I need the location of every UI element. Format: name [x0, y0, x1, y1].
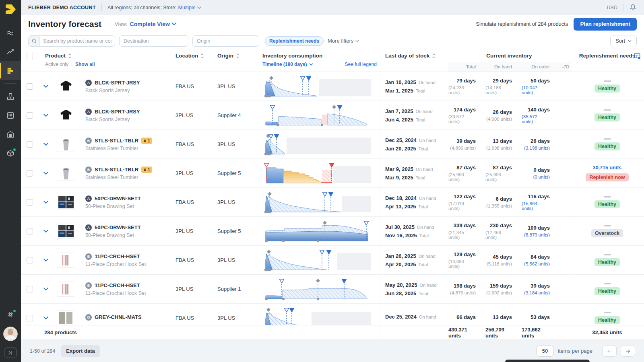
expand-row-button[interactable] — [39, 72, 53, 101]
total-label: Total — [416, 175, 425, 180]
expand-row-button[interactable] — [39, 188, 53, 216]
location-cell: 3PL US — [175, 217, 217, 245]
product-column-header[interactable]: Product Active only Show all — [39, 49, 175, 70]
consumption-chart[interactable] — [262, 217, 380, 245]
consumption-chart[interactable] — [262, 130, 380, 158]
row-checkbox[interactable] — [27, 228, 33, 234]
nav-inventory-forecast-icon[interactable] — [0, 61, 21, 80]
product-search[interactable] — [28, 35, 115, 47]
total-sub-label: Total — [448, 64, 485, 69]
notifications-bell-icon[interactable] — [629, 4, 637, 11]
consumption-chart[interactable] — [262, 304, 380, 325]
status-badge: Healthy — [594, 258, 620, 266]
last-day-column-header[interactable]: Last day of stock — [380, 49, 448, 72]
on-order-cell: 53 days — [522, 304, 559, 325]
location-cell: 3PL US — [175, 159, 217, 187]
show-all-link[interactable]: Show all — [75, 62, 95, 67]
nav-analytics-icon[interactable] — [0, 42, 21, 61]
product-cell[interactable]: B 11PC-CRCH-HSET 11-Piece Crochet Hook S… — [79, 275, 175, 303]
more-filters-button[interactable]: More filters — [328, 38, 359, 44]
next-page-button[interactable] — [621, 345, 635, 357]
nav-orders-icon[interactable] — [0, 106, 21, 125]
product-cell[interactable]: A 50PC-DRWN-SETT 50-Piece Drawing Set — [79, 188, 175, 216]
expand-row-button[interactable] — [39, 304, 53, 325]
store-multiple-link[interactable]: Multiple — [178, 5, 196, 10]
row-checkbox[interactable] — [27, 199, 33, 206]
plan-replenishment-button[interactable]: Plan replenishment — [574, 18, 637, 31]
expand-row-button[interactable] — [39, 130, 53, 158]
row-checkbox[interactable] — [27, 315, 33, 321]
origin-select[interactable] — [192, 35, 259, 47]
destination-input[interactable] — [120, 38, 188, 44]
expand-row-button[interactable] — [39, 101, 53, 130]
consumption-chart[interactable] — [262, 101, 380, 130]
consumption-chart[interactable] — [262, 159, 380, 187]
row-checkbox[interactable] — [27, 83, 33, 90]
see-full-legend-link[interactable]: See full legend — [345, 62, 377, 67]
expand-row-button[interactable] — [39, 217, 53, 245]
row-checkbox[interactable] — [27, 257, 33, 263]
consumption-chart[interactable] — [262, 275, 380, 303]
row-checkbox[interactable] — [27, 112, 33, 119]
timeline-selector[interactable]: Timeline (180 days) — [262, 62, 313, 67]
table-row: B GREY-CHNL-MATS FBA US 3PL US Dec 25, 2… — [21, 304, 644, 325]
divider — [101, 4, 102, 11]
row-checkbox[interactable] — [27, 141, 33, 148]
nav-forecast-trends-icon[interactable] — [0, 23, 21, 42]
store-scope[interactable]: All regions; all channels; Store: Multip… — [107, 5, 201, 10]
product-sku: 11PC-CRCH-HSET — [95, 253, 140, 259]
product-cell[interactable]: B STLS-STLL-TBLR 1 Stainless Steel Tumbl… — [79, 130, 175, 158]
view-selector[interactable]: Complete View — [130, 21, 176, 27]
origin-input[interactable] — [193, 38, 259, 44]
destination-select[interactable] — [119, 35, 188, 47]
flieber-logo-icon[interactable] — [4, 3, 17, 15]
search-icon[interactable] — [29, 36, 40, 46]
currency-selector[interactable]: USD — [607, 5, 617, 10]
export-data-button[interactable]: Export data — [61, 345, 100, 357]
origin-cell: Supplier 1 — [217, 275, 262, 303]
filter-bar: Replenishment needs More filters Sort — [21, 33, 644, 49]
product-cell[interactable]: B GREY-CHNL-MATS — [79, 304, 175, 325]
on-hand-label: On hand — [419, 254, 436, 259]
nav-products-icon[interactable] — [0, 87, 21, 106]
consumption-chart[interactable] — [262, 72, 380, 101]
product-cell[interactable]: B STLS-STLL-TBLR 1 Stainless Steel Tumbl… — [79, 159, 175, 187]
total-days: 174 days — [454, 107, 476, 113]
sort-button[interactable]: Sort — [610, 35, 637, 47]
replenish-units[interactable]: 30,715 units — [593, 165, 622, 171]
select-all-checkbox[interactable] — [27, 53, 33, 59]
configure-columns-icon[interactable] — [634, 52, 641, 60]
page-size-input[interactable] — [536, 346, 554, 357]
product-cell[interactable]: A BLCK-SPRT-JRSY Black Sports Jersey — [79, 101, 175, 130]
sort-icon[interactable] — [236, 53, 239, 59]
product-cell[interactable]: B 11PC-CRCH-HSET 11-Piece Crochet Hook S… — [79, 246, 175, 274]
settings-gear-icon[interactable] — [6, 310, 15, 320]
origin-column-header[interactable]: Origin — [217, 49, 262, 59]
nav-suppliers-icon[interactable] — [0, 144, 21, 162]
chat-widget-edge[interactable] — [505, 360, 590, 362]
replenishment-needs-chip[interactable]: Replenishment needs — [265, 36, 324, 46]
product-cell[interactable]: A 50PC-DRWN-SETT 50-Piece Drawing Set — [79, 217, 175, 245]
sort-icon[interactable] — [432, 53, 436, 59]
expand-row-button[interactable] — [39, 246, 53, 274]
nav-warehouse-icon[interactable] — [0, 125, 21, 144]
expand-row-button[interactable] — [39, 275, 53, 303]
sidebar-collapse-button[interactable] — [4, 348, 17, 358]
search-input[interactable] — [40, 38, 115, 44]
total-label: Total — [416, 117, 425, 122]
row-checkbox[interactable] — [27, 286, 33, 292]
consumption-chart[interactable] — [262, 246, 380, 274]
location-column-header[interactable]: Location — [175, 49, 217, 59]
sort-icon[interactable] — [68, 53, 72, 59]
expand-row-button[interactable] — [39, 159, 53, 187]
last-day-cell: Dec 25, 2024On hand — [380, 304, 448, 325]
on-order-days: 26 days — [530, 138, 550, 144]
product-cell[interactable]: A BLCK-SPRT-JRSY Black Sports Jersey — [79, 72, 175, 101]
sort-icon[interactable] — [200, 53, 204, 59]
total-inventory-cell: 198 days (4,876 units) — [448, 275, 485, 303]
user-avatar[interactable] — [3, 327, 18, 341]
last-day-total-date: Jun 4, 2025 — [385, 117, 413, 123]
previous-page-button[interactable] — [602, 345, 617, 357]
consumption-chart[interactable] — [262, 188, 380, 216]
row-checkbox[interactable] — [27, 170, 33, 177]
